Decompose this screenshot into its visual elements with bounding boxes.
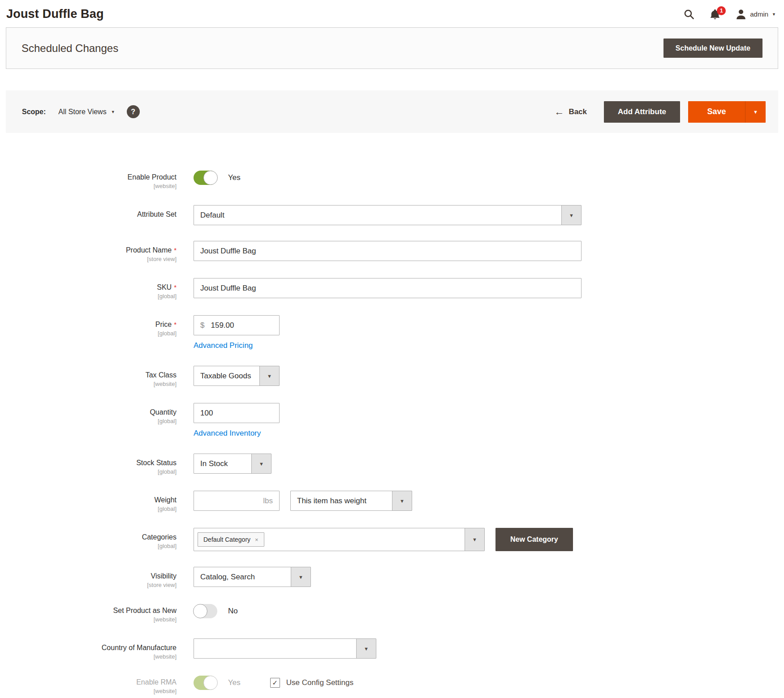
quantity-input[interactable] [194, 403, 279, 423]
required-asterisk: * [174, 246, 177, 254]
set-product-as-new-value: No [228, 607, 238, 616]
scheduled-changes-panel: Scheduled Changes Schedule New Update [6, 27, 778, 69]
scope-toolbar: Scope: All Store Views ▼ ? ← Back Add At… [6, 90, 778, 133]
visibility-row: Visibility [store view] Catalog, Search … [0, 567, 784, 588]
price-input[interactable] [204, 316, 279, 335]
caret-down-icon[interactable]: ▼ [356, 639, 376, 658]
store-view-value: All Store Views [58, 108, 106, 116]
scope-note: [store view] [0, 256, 177, 262]
user-avatar-icon [736, 9, 746, 20]
save-button[interactable]: Save [688, 101, 745, 123]
search-icon[interactable] [684, 9, 694, 20]
quantity-label: Quantity [0, 408, 177, 416]
caret-down-icon[interactable]: ▼ [392, 491, 412, 510]
caret-down-icon[interactable]: ▼ [291, 567, 310, 587]
country-of-manufacture-label: Country of Manufacture [0, 644, 177, 652]
caret-down-icon[interactable]: ▼ [251, 454, 271, 473]
advanced-inventory-link[interactable]: Advanced Inventory [194, 429, 261, 438]
visibility-label: Visibility [0, 572, 177, 580]
attribute-set-label: Attribute Set [0, 210, 177, 218]
set-product-as-new-label: Set Product as New [0, 607, 177, 615]
scope-note: [website] [0, 616, 177, 623]
set-product-as-new-row: Set Product as New [website] No [0, 604, 784, 623]
weight-input[interactable] [194, 491, 263, 510]
stock-status-row: Stock Status [global] In Stock ▼ [0, 454, 784, 475]
categories-multiselect[interactable]: Default Category × ▼ [194, 528, 485, 551]
scope-note: [store view] [0, 582, 177, 588]
sku-input[interactable] [194, 278, 581, 298]
country-of-manufacture-select[interactable]: ▼ [194, 638, 376, 659]
category-chip: Default Category × [198, 532, 264, 547]
product-name-label: Product Name* [0, 246, 177, 254]
save-options-toggle[interactable]: ▼ [745, 101, 766, 123]
price-label: Price* [0, 321, 177, 329]
attribute-set-row: Attribute Set Default ▼ [0, 205, 784, 225]
help-icon[interactable]: ? [127, 105, 140, 118]
advanced-pricing-link[interactable]: Advanced Pricing [194, 341, 253, 350]
caret-down-icon[interactable]: ▼ [259, 366, 279, 385]
add-attribute-button[interactable]: Add Attribute [604, 101, 680, 123]
scope-label: Scope: [22, 108, 46, 116]
tax-class-row: Tax Class [website] Taxable Goods ▼ [0, 366, 784, 387]
product-name-row: Product Name* [store view] [0, 241, 784, 262]
check-icon: ✓ [272, 679, 278, 687]
enable-rma-row: Enable RMA [website] Yes ✓ Use Config Se… [0, 676, 784, 694]
scope-note: [global] [0, 293, 177, 300]
stock-status-label: Stock Status [0, 459, 177, 467]
admin-user-menu[interactable]: admin ▼ [736, 9, 776, 20]
scope-note: [global] [0, 418, 177, 424]
weight-label: Weight [0, 496, 177, 504]
scope-note: [website] [0, 183, 177, 189]
caret-down-icon[interactable]: ▼ [465, 528, 484, 551]
enable-product-toggle[interactable] [194, 171, 217, 185]
enable-product-row: Enable Product [website] Yes [0, 171, 784, 189]
set-product-as-new-toggle[interactable] [194, 604, 217, 618]
stock-status-select[interactable]: In Stock ▼ [194, 454, 271, 474]
required-asterisk: * [174, 321, 177, 328]
enable-rma-toggle [194, 676, 217, 690]
use-config-settings-checkbox[interactable]: ✓ [270, 678, 280, 688]
weight-unit: lbs [263, 497, 279, 505]
scope-note: [global] [0, 505, 177, 512]
store-view-switcher[interactable]: All Store Views ▼ [58, 108, 115, 116]
remove-category-icon[interactable]: × [255, 536, 258, 543]
attribute-set-select[interactable]: Default ▼ [194, 205, 582, 225]
notification-count-badge[interactable]: 1 [717, 6, 726, 15]
notifications-bell-icon[interactable]: 1 [710, 9, 720, 20]
scope-note: [website] [0, 653, 177, 660]
currency-symbol: $ [194, 321, 204, 330]
price-row: Price* [global] $ Advanced Pricing [0, 315, 784, 350]
product-name-input[interactable] [194, 241, 581, 261]
new-category-button[interactable]: New Category [495, 528, 573, 551]
visibility-select[interactable]: Catalog, Search ▼ [194, 567, 311, 587]
back-button[interactable]: ← Back [554, 107, 587, 117]
caret-down-icon[interactable]: ▼ [561, 206, 581, 225]
required-asterisk: * [174, 283, 177, 291]
tax-class-label: Tax Class [0, 371, 177, 379]
sku-row: SKU* [global] [0, 278, 784, 300]
country-of-manufacture-row: Country of Manufacture [website] ▼ [0, 638, 784, 660]
page-header: Joust Duffle Bag 1 admin ▼ [0, 0, 784, 26]
caret-down-icon: ▼ [753, 109, 758, 115]
sku-label: SKU* [0, 283, 177, 291]
weight-type-select[interactable]: This item has weight ▼ [290, 491, 412, 511]
scheduled-changes-title: Scheduled Changes [22, 42, 118, 55]
categories-row: Categories [global] Default Category × ▼… [0, 528, 784, 551]
save-split-button: Save ▼ [688, 101, 766, 123]
scope-note: [website] [0, 688, 177, 694]
scope-note: [website] [0, 381, 177, 387]
enable-rma-value: Yes [228, 678, 241, 687]
admin-username: admin [750, 10, 768, 18]
scope-note: [global] [0, 330, 177, 337]
scope-note: [global] [0, 543, 177, 549]
weight-row: Weight [global] lbs This item has weight… [0, 491, 784, 512]
schedule-new-update-button[interactable]: Schedule New Update [663, 39, 762, 58]
back-arrow-icon: ← [554, 107, 564, 117]
quantity-row: Quantity [global] Advanced Inventory [0, 403, 784, 438]
product-edit-form: Enable Product [website] Yes Attribute S… [0, 133, 784, 694]
tax-class-select[interactable]: Taxable Goods ▼ [194, 366, 280, 386]
enable-product-value: Yes [228, 173, 241, 182]
categories-label: Categories [0, 533, 177, 541]
chevron-down-icon: ▼ [111, 110, 115, 114]
page-title: Joust Duffle Bag [6, 7, 104, 21]
